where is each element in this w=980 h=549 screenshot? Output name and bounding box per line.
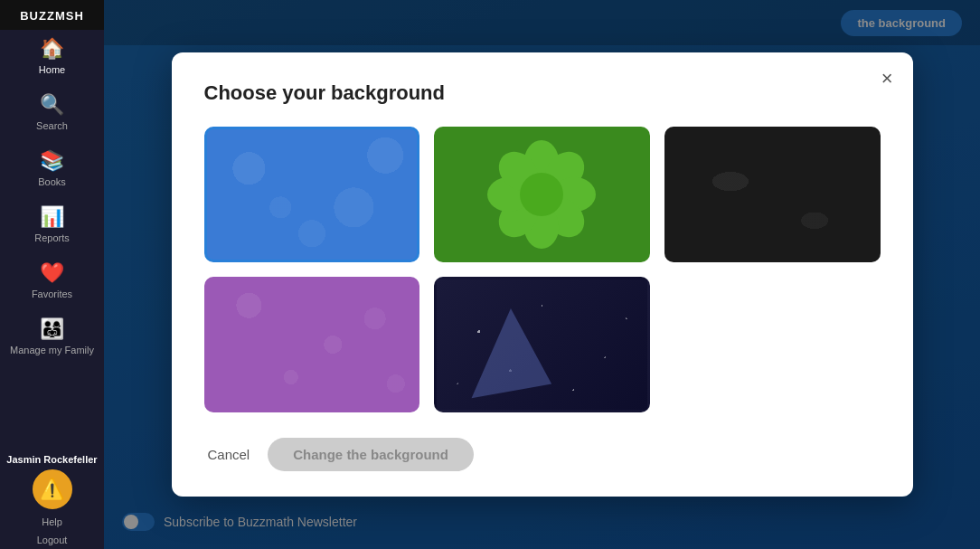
bg-option-dark[interactable]: [664, 127, 881, 262]
reports-icon: 📊: [40, 205, 64, 229]
main-content: the background Choose your background ×: [104, 0, 980, 549]
search-icon: 🔍: [40, 93, 64, 117]
sidebar-bottom: Jasmin Rockefeller ⚠️ Help Logout: [0, 453, 104, 549]
manage-family-icon: 👨‍👩‍👧: [40, 317, 64, 341]
sidebar-item-manage-family[interactable]: 👨‍👩‍👧 Manage my Family: [0, 307, 104, 363]
sidebar-item-home[interactable]: 🏠 Home: [0, 30, 104, 82]
sidebar-item-books[interactable]: 📚 Books: [0, 138, 104, 194]
sidebar-item-reports[interactable]: 📊 Reports: [0, 194, 104, 251]
background-picker-modal: Choose your background ×: [172, 52, 913, 497]
sidebar-item-search[interactable]: 🔍 Search: [0, 82, 104, 138]
modal-title: Choose your background: [204, 81, 881, 105]
modal-overlay: Choose your background ×: [104, 0, 980, 549]
sidebar-item-favorites-label: Favorites: [32, 289, 72, 299]
bg-option-space[interactable]: [434, 277, 650, 412]
cancel-button[interactable]: Cancel: [204, 440, 254, 469]
sidebar: BUZZMSH 🏠 Home 🔍 Search 📚 Books 📊 Report…: [0, 0, 104, 549]
sidebar-help[interactable]: Help: [42, 513, 62, 531]
background-options-grid: [204, 127, 881, 412]
home-icon: 🏠: [40, 37, 64, 61]
svg-point-8: [520, 173, 563, 216]
sidebar-item-home-label: Home: [39, 64, 65, 75]
sidebar-logo[interactable]: BUZZMSH: [0, 0, 104, 30]
favorites-icon: ❤️: [40, 261, 64, 285]
bg-option-purple[interactable]: [204, 277, 420, 412]
modal-close-button[interactable]: ×: [881, 69, 893, 89]
sidebar-item-manage-family-label: Manage my Family: [10, 345, 94, 355]
sidebar-item-books-label: Books: [38, 176, 66, 187]
avatar-icon: ⚠️: [40, 478, 64, 501]
sidebar-item-reports-label: Reports: [34, 232, 70, 243]
confirm-change-button[interactable]: Change the background: [268, 438, 474, 471]
modal-actions: Cancel Change the background: [204, 438, 881, 471]
books-icon: 📚: [40, 149, 64, 173]
green-flower-icon: [487, 140, 596, 249]
space-triangle-decoration: [457, 304, 551, 398]
bg-option-green[interactable]: [434, 127, 650, 262]
avatar: ⚠️: [33, 469, 72, 509]
sidebar-item-favorites[interactable]: ❤️ Favorites: [0, 251, 104, 307]
bg-option-blue[interactable]: [204, 127, 420, 262]
sidebar-item-search-label: Search: [36, 120, 68, 131]
sidebar-logout[interactable]: Logout: [37, 531, 68, 549]
app-name: BUZZMSH: [20, 9, 84, 23]
user-name: Jasmin Rockefeller: [6, 453, 97, 466]
